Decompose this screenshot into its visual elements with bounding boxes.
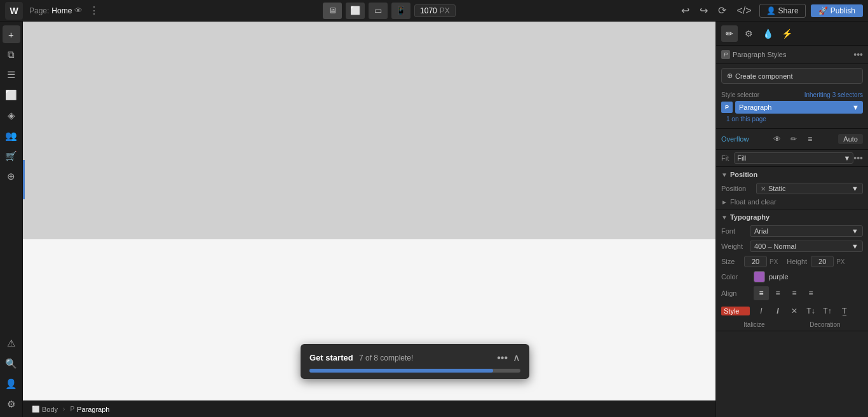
- position-value: Static: [768, 185, 786, 192]
- create-component-btn[interactable]: ⊕ Create component: [721, 68, 863, 84]
- left-sidebar: + ⧉ ☰ ⬜ ◈ 👥 🛒 ⊕ ⚠ 🔍 👤 ⚙: [0, 22, 23, 417]
- cms-btn[interactable]: ⬜: [3, 86, 20, 104]
- height-label: Height: [787, 258, 807, 265]
- layers-btn[interactable]: ⧉: [3, 46, 20, 63]
- search-btn[interactable]: 🔍: [3, 355, 20, 373]
- account-btn[interactable]: 👤: [3, 375, 20, 393]
- tablet-portrait-btn[interactable]: ▭: [369, 3, 388, 19]
- paint-tool-btn[interactable]: 💧: [759, 25, 776, 42]
- canvas-upper: [23, 22, 715, 239]
- align-center-btn[interactable]: ≡: [770, 286, 785, 300]
- get-started-title-group: Get started 7 of 8 complete!: [309, 353, 413, 362]
- font-select[interactable]: Arial ▼: [750, 225, 863, 237]
- font-chevron-icon: ▼: [851, 227, 858, 235]
- px-label: PX: [440, 6, 450, 15]
- topbar-dots[interactable]: ⋮: [89, 4, 99, 17]
- breadcrumb-paragraph[interactable]: P Paragraph: [66, 404, 113, 414]
- overflow-pen-btn[interactable]: ✏: [786, 132, 801, 146]
- overflow-auto-btn[interactable]: Auto: [838, 134, 863, 144]
- pages-btn[interactable]: ☰: [3, 66, 20, 84]
- italic-btn[interactable]: I: [754, 304, 769, 318]
- typography-section: ▼ Typography Font Arial ▼ Weight 400 – N…: [716, 209, 868, 331]
- style-selector-label: Style selector Inheriting 3 selectors: [721, 91, 863, 98]
- fit-dots-btn[interactable]: •••: [853, 153, 863, 163]
- apps-btn[interactable]: ⊕: [3, 168, 20, 185]
- color-name: purple: [769, 273, 789, 281]
- overflow-eye-btn[interactable]: 👁: [770, 132, 785, 146]
- size-input-group: 20 PX: [744, 256, 778, 267]
- desktop-view-btn[interactable]: 🖥: [323, 3, 342, 19]
- undo-btn[interactable]: ↩: [679, 3, 692, 18]
- height-input[interactable]: 20: [811, 256, 834, 267]
- align-icons: ≡ ≡ ≡ ≡: [754, 286, 818, 300]
- weight-select[interactable]: 400 – Normal ▼: [750, 241, 863, 252]
- fit-select[interactable]: Fill ▼: [734, 152, 853, 164]
- style-selector: Style selector Inheriting 3 selectors P …: [716, 88, 868, 129]
- subscript-btn[interactable]: T↓: [803, 304, 818, 318]
- fit-row: Fit Fill ▼ •••: [716, 150, 868, 167]
- width-value: 1070: [420, 6, 437, 15]
- warning-btn[interactable]: ⚠: [3, 334, 20, 352]
- position-title-row[interactable]: ▼ Position: [716, 167, 868, 181]
- publish-label: Publish: [831, 6, 855, 15]
- breadcrumb-body-label: Body: [42, 406, 58, 413]
- typography-title-row[interactable]: ▼ Typography: [716, 209, 868, 223]
- tool-icons: ✏ ⚙ 💧 ⚡: [721, 25, 795, 42]
- size-unit: PX: [770, 258, 778, 265]
- align-right-btn[interactable]: ≡: [787, 286, 802, 300]
- refresh-btn[interactable]: ⟳: [715, 3, 729, 18]
- color-swatch[interactable]: [754, 271, 765, 282]
- ecommerce-btn[interactable]: 🛒: [3, 147, 20, 165]
- code-btn[interactable]: </>: [734, 4, 754, 18]
- underline-btn[interactable]: T̲: [836, 304, 851, 318]
- canvas-lower: [23, 239, 715, 417]
- mobile-view-btn[interactable]: 📱: [391, 3, 410, 19]
- style-tool-btn[interactable]: ✏: [721, 25, 738, 42]
- weight-row: Weight 400 – Normal ▼: [716, 239, 868, 254]
- share-btn[interactable]: 👤 Share: [759, 4, 806, 18]
- members-btn[interactable]: 👥: [3, 127, 20, 145]
- size-input[interactable]: 20: [744, 256, 767, 267]
- height-unit: PX: [836, 258, 844, 265]
- assets-btn[interactable]: ◈: [3, 107, 20, 124]
- eye-icon[interactable]: 👁: [74, 6, 83, 15]
- paragraph-styles-dots[interactable]: •••: [853, 50, 863, 60]
- on-page-count: 1 on this page: [721, 114, 863, 124]
- float-clear-row[interactable]: ► Float and clear: [716, 196, 868, 209]
- get-started-dots-btn[interactable]: •••: [497, 352, 508, 364]
- fit-label: Fit: [721, 154, 729, 162]
- bold-italic-btn[interactable]: I: [770, 304, 785, 318]
- settings-tool-btn[interactable]: ⚙: [740, 25, 757, 42]
- align-justify-btn[interactable]: ≡: [803, 286, 818, 300]
- style-selector-text: Style selector: [721, 91, 759, 98]
- breadcrumb-paragraph-label: Paragraph: [77, 406, 109, 413]
- overflow-list-btn[interactable]: ≡: [803, 132, 818, 146]
- publish-btn[interactable]: 🚀 Publish: [811, 4, 863, 17]
- paragraph-styles-label: Paragraph Styles: [733, 51, 786, 58]
- add-element-btn[interactable]: +: [3, 25, 20, 43]
- selectors-count: 3 selectors: [832, 91, 863, 98]
- position-field-row: Position ✕ Static ▼: [716, 181, 868, 196]
- page-info: Page: Home 👁: [29, 6, 83, 15]
- interactions-tool-btn[interactable]: ⚡: [778, 25, 795, 42]
- breadcrumb-body[interactable]: ⬜ Body: [28, 404, 62, 414]
- style-selector-dropdown[interactable]: P Paragraph ▼: [721, 101, 863, 114]
- position-title: Position: [730, 171, 757, 178]
- get-started-progress-text: 7 of 8 complete!: [359, 354, 413, 362]
- redo-btn[interactable]: ↪: [697, 3, 710, 18]
- view-controls: 🖥 ⬜ ▭ 📱 1070 PX: [103, 3, 675, 19]
- size-label: Size: [721, 258, 740, 265]
- align-left-btn[interactable]: ≡: [754, 286, 769, 300]
- style-icons: I I ✕ T↓ T↑ T̲: [754, 304, 851, 318]
- align-row: Align ≡ ≡ ≡ ≡: [716, 284, 868, 302]
- font-value: Arial: [754, 227, 768, 235]
- settings-btn[interactable]: ⚙: [3, 395, 20, 413]
- get-started-close-btn[interactable]: ∧: [513, 352, 520, 364]
- tablet-landscape-btn[interactable]: ⬜: [346, 3, 365, 19]
- strikethrough-btn[interactable]: ✕: [787, 304, 802, 318]
- get-started-actions: ••• ∧: [497, 352, 520, 364]
- superscript-btn[interactable]: T↑: [820, 304, 835, 318]
- position-field-value[interactable]: ✕ Static ▼: [756, 183, 863, 194]
- share-user-icon: 👤: [766, 6, 776, 15]
- paragraph-select[interactable]: Paragraph ▼: [735, 101, 863, 114]
